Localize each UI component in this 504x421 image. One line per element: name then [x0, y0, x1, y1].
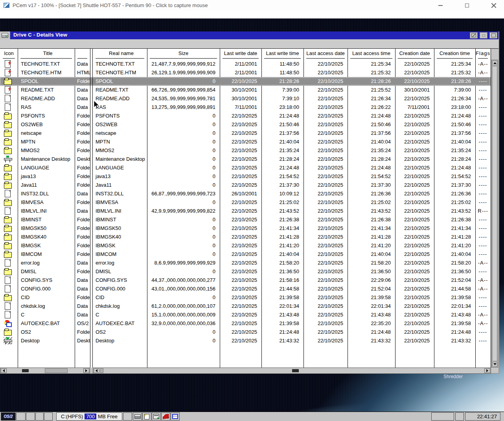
details-hscrollbar[interactable]: [93, 368, 491, 374]
table-row[interactable]: IBMGSK40 Folde IBMGSK40 0 22/10/2025 21:…: [0, 233, 491, 241]
maximize-button[interactable]: [462, 2, 472, 9]
table-row[interactable]: LANGUAGE Folde LANGUAGE 0 22/10/2025 21:…: [0, 164, 491, 172]
table-row[interactable]: AUTOEXEC.BAT OS/2 AUTOEXEC.BAT 32,9.0,00…: [0, 319, 491, 328]
file-flags: ----: [475, 215, 491, 224]
table-row[interactable]: IBMLVL.INI Data IBMLVL.INI 42,9.9,999,99…: [0, 207, 491, 215]
scroll-right-button[interactable]: [83, 368, 89, 373]
scroll-left-button[interactable]: [94, 368, 99, 373]
file-title: LANGUAGE: [18, 164, 75, 172]
hscroll-thumb[interactable]: [292, 369, 299, 372]
table-row[interactable]: README.TXT Data README.TXT 66,726,.99,99…: [0, 86, 491, 94]
details-vscrollbar[interactable]: [491, 60, 498, 368]
table-row[interactable]: IBMGSK50 Folde IBMGSK50 0 22/10/2025 21:…: [0, 224, 491, 233]
creation-date: 22/10/2025: [395, 120, 434, 129]
table-row[interactable]: IBMINST Folde IBMINST 0 22/10/2025 21:26…: [0, 215, 491, 224]
vscroll-thumb[interactable]: [492, 66, 497, 361]
table-row[interactable]: README.ADD Data README.ADD 24,535,.99,99…: [0, 94, 491, 103]
table-row[interactable]: SPOOL Folde SPOOL 0 22/10/2025 21:28:26 …: [0, 77, 491, 86]
table-row[interactable]: IBMGSK Folde IBMGSK 0 22/10/2025 21:41:2…: [0, 241, 491, 250]
creation-date: 22/10/2025: [395, 189, 434, 198]
table-row[interactable]: IBMVESA Folde IBMVESA 0 22/10/2025 21:25…: [0, 198, 491, 207]
pcem-titlebar[interactable]: PCem v17 - 100% - [Socket 7] Shuttle HOT…: [0, 0, 504, 11]
table-row[interactable]: Maintenance Desktop Deskt Maintenance De…: [0, 155, 491, 164]
table-row[interactable]: CID Folde CID 0 22/10/2025 21:39:58 22/1…: [0, 293, 491, 302]
templates-button[interactable]: [142, 412, 151, 421]
table-row[interactable]: TECHNOTE.TXT Data TECHNOTE.TXT 21,487,7.…: [0, 60, 491, 68]
table-row[interactable]: MPTN Folde MPTN 0 22/10/2025 21:40:04 22…: [0, 138, 491, 146]
last-access-date: 22/10/2025: [304, 293, 348, 302]
last-access-time: 21:41:28: [348, 233, 395, 241]
scroll-down-button[interactable]: [492, 362, 497, 367]
last-write-time: 22:01:34: [261, 302, 304, 311]
file-type: Deskt: [75, 155, 90, 164]
creation-date: 22/10/2025: [395, 302, 434, 311]
left-pane-hscrollbar[interactable]: [0, 368, 90, 374]
hscroll-thumb[interactable]: [100, 368, 103, 373]
table-row[interactable]: CONFIG.SYS Data CONFIG.SYS 44,37.,000,00…: [0, 276, 491, 285]
minimize-button[interactable]: [436, 2, 445, 9]
last-access-time: 21:36:50: [348, 267, 395, 276]
last-write-date: 26/10/2001: [220, 189, 261, 198]
shredder-desktop-label[interactable]: Shredder: [443, 374, 463, 379]
maximize-window-button[interactable]: [489, 32, 497, 39]
table-row[interactable]: netscape Folde netscape 0 22/10/2025 21:…: [0, 129, 491, 138]
scroll-left-button[interactable]: [1, 368, 7, 373]
file-title: chkdsk.log: [18, 302, 75, 311]
last-write-date: 22/10/2025: [220, 328, 261, 336]
system-setup-button[interactable]: [171, 412, 180, 421]
table-row[interactable]: PSFONTS Folde PSFONTS 0 22/10/2025 21:24…: [0, 112, 491, 120]
last-access-time: 21:28:26: [348, 77, 395, 86]
close-button[interactable]: [489, 2, 498, 9]
printer-button[interactable]: [133, 412, 142, 421]
os2-warp-logo[interactable]: OS/2: [1, 412, 16, 421]
file-flags: ----: [475, 77, 491, 86]
table-row[interactable]: MMOS2 Folde MMOS2 0 22/10/2025 21:35:24 …: [0, 146, 491, 155]
hide-button[interactable]: [470, 32, 478, 39]
pcem-menubar: [0, 11, 504, 18]
file-flags: -A--: [475, 68, 491, 77]
creation-date: 22/10/2025: [395, 215, 434, 224]
creation-date: 22/10/2025: [395, 94, 434, 103]
table-row[interactable]: OS2 Folde OS2 0 22/10/2025 21:24:48 22/1…: [0, 328, 491, 336]
file-type: Data: [75, 311, 90, 319]
table-row[interactable]: error.log Data error.log 8,6.9,999,999,9…: [0, 259, 491, 267]
shredder-button[interactable]: [161, 412, 170, 421]
drive-space-panel[interactable]: C:(HPFS) 700 MB Free: [56, 412, 122, 421]
file-title: AUTOEXEC.BAT: [18, 319, 75, 328]
scroll-right-button[interactable]: [484, 368, 490, 373]
table-row[interactable]: Desktop Deskt Desktop 0 22/10/2025 21:43…: [0, 336, 491, 345]
os2-desktop[interactable]: Shredder Drive C - Details View: [0, 18, 504, 421]
file-flags: ----: [475, 336, 491, 345]
window-list-button[interactable]: [152, 412, 161, 421]
last-access-date: 22/10/2025: [304, 120, 348, 129]
table-row[interactable]: java13 Folde java13 0 22/10/2025 21:54:5…: [0, 172, 491, 181]
table-row[interactable]: CONFIG.000 Data CONFIG.000 43,01.,000,00…: [0, 285, 491, 293]
file-type: Data: [75, 285, 90, 293]
table-row[interactable]: chkdsk.log Data chkdsk.log 61,2.0,000,00…: [0, 302, 491, 311]
hscroll-thumb[interactable]: [45, 368, 68, 373]
file-type: Folde: [75, 172, 90, 181]
table-row[interactable]: TECHNOTE.HTM HTML TECHNOTE.HTM 26,129,1.…: [0, 68, 491, 77]
pane-splitter[interactable]: [90, 49, 90, 368]
scroll-up-button[interactable]: [492, 61, 497, 66]
hscroll-thumb[interactable]: [22, 369, 29, 372]
table-row[interactable]: C Data C 15,1.0,000,000,000,000,009 22/1…: [0, 311, 491, 319]
file-icon: [4, 224, 12, 232]
table-row[interactable]: RAS Data RAS 13,275,.99,999,999,999,891 …: [0, 103, 491, 112]
file-real-name: netscape: [93, 129, 147, 138]
table-row[interactable]: OS2WEB Folde OS2WEB 0 22/10/2025 21:50:4…: [0, 120, 491, 129]
table-row[interactable]: IBMCOM Folde IBMCOM 0 22/10/2025 21:40:0…: [0, 250, 491, 259]
minimize-window-button[interactable]: [480, 32, 487, 39]
creation-time: 21:26:34: [434, 94, 475, 103]
pane-splitter[interactable]: [92, 49, 93, 368]
drive-c-window: Drive C - Details View: [0, 31, 499, 374]
creation-date: 22/10/2025: [395, 146, 434, 155]
last-access-date: 22/10/2025: [304, 328, 348, 336]
system-menu-button[interactable]: [0, 31, 10, 39]
table-row[interactable]: INST32.DLL Data INST32.DLL 66,87.,999,99…: [0, 189, 491, 198]
table-row[interactable]: DMISL Folde DMISL 0 22/10/2025 21:36:50 …: [0, 267, 491, 276]
last-write-time: 21:25:02: [261, 198, 304, 207]
os2-titlebar[interactable]: Drive C - Details View: [0, 31, 498, 39]
last-access-time: 21:25:52: [348, 86, 395, 94]
table-row[interactable]: Java11 Folde Java11 0 22/10/2025 21:37:3…: [0, 181, 491, 189]
